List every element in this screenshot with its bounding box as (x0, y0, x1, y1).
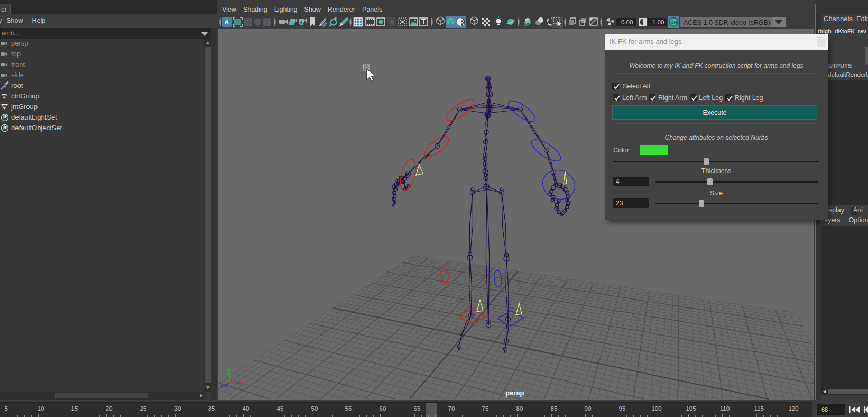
svg-text:A: A (224, 19, 229, 26)
svg-text:1.00: 1.00 (652, 19, 664, 25)
svg-text:z: z (220, 383, 224, 389)
svg-text:persp: persp (505, 389, 524, 397)
svg-text:x: x (239, 379, 243, 386)
svg-text:y: y (227, 367, 231, 373)
svg-text:0.00: 0.00 (621, 19, 633, 25)
svg-text:ACES 1.0 SDR-video (sRGB): ACES 1.0 SDR-video (sRGB) (684, 19, 770, 26)
svg-text:ON: ON (671, 20, 677, 25)
